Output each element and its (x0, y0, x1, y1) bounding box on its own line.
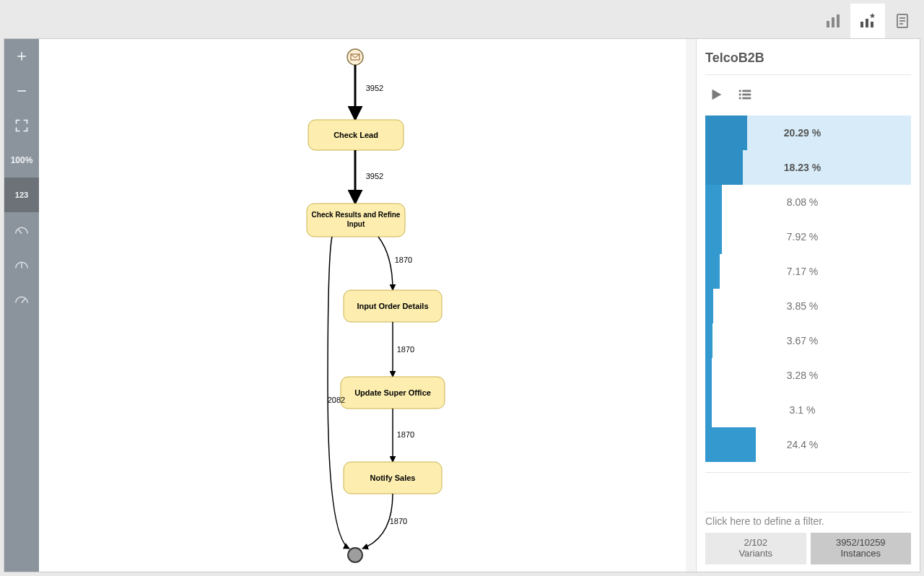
node-label: Check Lead (334, 131, 378, 139)
svg-rect-21 (739, 94, 741, 96)
tab-bars-icon[interactable] (816, 4, 850, 38)
list-button[interactable] (737, 87, 753, 102)
panel-actions (705, 87, 911, 102)
summary-variants-label: Variants (708, 548, 803, 559)
variant-pct: 3.85 % (705, 300, 899, 312)
variant-pct: 7.92 % (705, 231, 899, 243)
left-toolbar: 100% 123 (4, 39, 39, 572)
svg-rect-5 (871, 22, 873, 27)
variant-row[interactable]: 7.92 % (705, 219, 911, 254)
svg-rect-24 (742, 97, 751, 100)
define-filter-link[interactable]: Click here to define a filter. (705, 512, 911, 533)
play-button[interactable] (708, 87, 724, 102)
svg-rect-4 (866, 19, 868, 27)
gauge-button-3[interactable] (4, 282, 39, 316)
divider (705, 472, 911, 473)
main-area: 100% 123 (4, 38, 920, 572)
end-event (348, 548, 362, 562)
variants-panel: TelcoB2B 20.29 %18.23 %8.08 %7.92 %7.17 … (696, 39, 920, 572)
edge-label: 1870 (390, 517, 407, 525)
process-diagram: 3952 Check Lead 3952 Check Results and R… (39, 39, 689, 572)
svg-rect-20 (742, 90, 751, 92)
svg-rect-22 (742, 94, 751, 96)
variant-row[interactable]: 8.08 % (705, 185, 911, 219)
svg-rect-3 (860, 22, 863, 27)
zoom-out-button[interactable] (4, 74, 39, 108)
scroll-thumb[interactable] (687, 40, 694, 127)
node-label: Update Super Office (354, 388, 431, 397)
summary-variants-value: 2/102 (708, 537, 803, 548)
divider (705, 74, 911, 75)
variant-pct: 20.29 % (705, 127, 899, 139)
variant-row[interactable]: 3.67 % (705, 323, 911, 358)
tab-bars-star-icon[interactable] (850, 4, 885, 38)
fit-screen-button[interactable] (4, 108, 39, 143)
variant-row[interactable]: 20.29 % (705, 115, 911, 150)
app-root: 100% 123 (0, 0, 924, 576)
svg-rect-19 (739, 90, 741, 92)
svg-line-16 (22, 299, 25, 303)
node-label-l2: Input (347, 220, 365, 228)
variant-pct: 8.08 % (705, 196, 899, 208)
svg-marker-6 (870, 13, 875, 18)
variant-pct: 7.17 % (705, 266, 899, 277)
summary-instances-value: 3952/10259 (814, 537, 909, 548)
summary-bar: 2/102 Variants 3952/10259 Instances (705, 533, 911, 564)
gauge-button-2[interactable] (4, 247, 39, 282)
vertical-scrollbar[interactable] (686, 39, 696, 572)
node-label: Input Order Details (357, 302, 428, 310)
variant-row[interactable]: 24.4 % (705, 427, 911, 462)
variants-list: 20.29 %18.23 %8.08 %7.92 %7.17 %3.85 %3.… (705, 115, 911, 462)
edge-label: 1870 (395, 256, 412, 264)
edge-label: 2082 (328, 396, 345, 404)
variant-row[interactable]: 3.1 % (705, 393, 911, 427)
variant-pct: 3.28 % (705, 370, 899, 381)
variant-row[interactable]: 18.23 % (705, 150, 911, 185)
svg-marker-18 (712, 90, 722, 100)
variant-pct: 24.4 % (705, 439, 899, 450)
gauge-button-1[interactable] (4, 212, 39, 247)
svg-rect-23 (739, 97, 741, 100)
zoom-in-button[interactable] (4, 39, 39, 74)
zoom-level-label[interactable]: 100% (4, 143, 39, 178)
numbers-toggle-button[interactable]: 123 (4, 178, 39, 212)
edge-label: 3952 (366, 172, 383, 180)
edge-n5-end (362, 494, 393, 549)
diagram-canvas[interactable]: 3952 Check Lead 3952 Check Results and R… (39, 39, 696, 572)
panel-title: TelcoB2B (705, 51, 911, 66)
svg-rect-0 (827, 21, 829, 27)
variant-row[interactable]: 7.17 % (705, 254, 911, 289)
top-tabs (816, 4, 920, 38)
start-event (347, 49, 363, 65)
edge-label: 1870 (397, 430, 414, 439)
summary-variants[interactable]: 2/102 Variants (705, 533, 806, 564)
edge-label: 1870 (397, 345, 414, 354)
edge-n2-n3 (378, 237, 393, 290)
edge-label: 3952 (366, 84, 383, 92)
summary-instances[interactable]: 3952/10259 Instances (811, 533, 912, 564)
variant-row[interactable]: 3.85 % (705, 289, 911, 323)
node-label: Notify Sales (370, 474, 416, 482)
variant-row[interactable]: 3.28 % (705, 358, 911, 393)
variant-pct: 3.67 % (705, 335, 899, 346)
node-label-l1: Check Results and Refine (312, 211, 401, 219)
variant-pct: 3.1 % (705, 404, 899, 416)
svg-line-14 (18, 230, 22, 234)
svg-rect-1 (832, 17, 834, 27)
variant-pct: 18.23 % (705, 162, 899, 173)
svg-rect-2 (837, 14, 840, 27)
summary-instances-label: Instances (814, 548, 909, 559)
tab-document-icon[interactable] (885, 4, 920, 38)
